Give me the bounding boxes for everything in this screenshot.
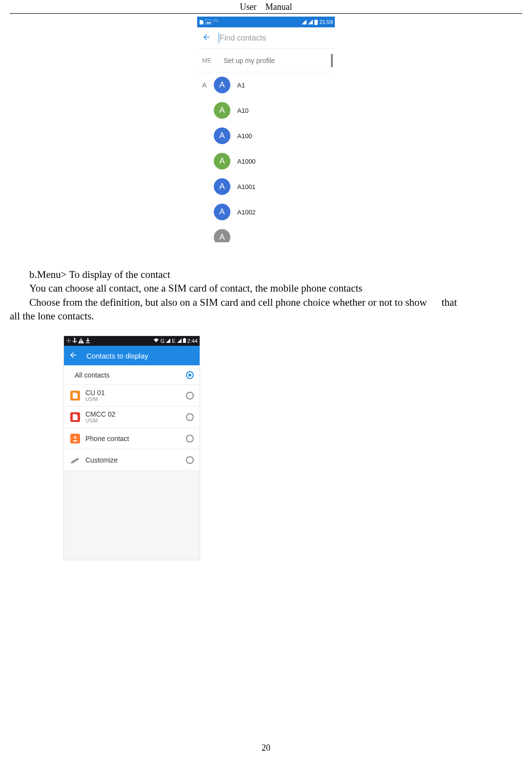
- display-option-row[interactable]: All contacts: [64, 365, 200, 385]
- image-icon: [205, 20, 211, 24]
- body-line-4: all the lone contacts.: [10, 309, 522, 323]
- option-label: Phone contact: [85, 435, 181, 443]
- battery-icon: [183, 338, 186, 344]
- option-label: CMCC 02: [85, 410, 181, 418]
- broadcast-icon: [213, 19, 219, 25]
- option-labels: Phone contact: [85, 435, 181, 443]
- svg-point-9: [74, 436, 77, 439]
- svg-rect-2: [315, 20, 317, 21]
- contact-item[interactable]: AA10: [214, 98, 335, 123]
- contact-icon: [70, 433, 81, 444]
- svg-rect-1: [314, 20, 318, 25]
- contacts-group: A AA1AA10AA100AA1000AA1001AA1002A: [197, 72, 335, 242]
- screenshot-contacts-to-display: G E 2:44 Contacts to display All contact…: [63, 336, 200, 560]
- title-text: Contacts to display: [86, 352, 148, 360]
- contact-avatar: A: [214, 178, 230, 195]
- contact-avatar: A: [214, 127, 230, 144]
- contact-item[interactable]: AA1: [214, 72, 335, 98]
- status-time: 21:59: [319, 19, 333, 25]
- signal-icon: [302, 20, 307, 24]
- radio-button[interactable]: [186, 435, 194, 443]
- status-bar: 21:59: [197, 17, 335, 27]
- svg-rect-7: [183, 338, 186, 343]
- contact-avatar: A: [214, 77, 230, 93]
- signal-icon: [308, 20, 313, 24]
- contact-avatar: A: [214, 153, 230, 169]
- option-labels: Customize: [85, 456, 181, 464]
- option-labels: CMCC 02USIM: [85, 410, 181, 423]
- search-input[interactable]: Find contacts: [220, 34, 330, 42]
- body-line-2: You can choose all contact, one a SIM ca…: [10, 281, 522, 295]
- my-profile-row[interactable]: ME Set up my profile: [197, 49, 335, 72]
- option-labels: CU 01USIM: [85, 389, 181, 402]
- customize-icon: [70, 455, 81, 465]
- status-time: 2:44: [187, 338, 198, 344]
- settings-icon: [66, 338, 71, 344]
- display-option-row[interactable]: CMCC 02USIM: [64, 406, 200, 428]
- usb-icon: [73, 337, 77, 344]
- contact-item[interactable]: AA1000: [214, 148, 335, 174]
- radio-button[interactable]: [186, 392, 194, 400]
- display-option-row[interactable]: CU 01USIM: [64, 385, 200, 406]
- contact-item[interactable]: AA1001: [214, 174, 335, 199]
- page-number: 20: [0, 743, 532, 753]
- network-type: G: [161, 338, 165, 344]
- section-label-me: ME: [202, 57, 214, 64]
- my-profile-text: Set up my profile: [224, 57, 275, 64]
- search-row[interactable]: Find contacts: [197, 27, 335, 49]
- screenshot-contacts-search: 21:59 Find contacts ME Set up my profile…: [197, 17, 335, 242]
- option-sublabel: USIM: [85, 418, 181, 423]
- contact-name: A100: [237, 132, 252, 140]
- page-header: User Manual: [10, 0, 522, 14]
- body-line-3a: Choose from the definition, but also on …: [10, 295, 442, 309]
- body-line-1: b.Menu> To display of the contact: [10, 268, 522, 281]
- display-option-row[interactable]: Customize: [64, 449, 200, 471]
- display-option-row[interactable]: Phone contact: [64, 428, 200, 449]
- contact-avatar: A: [214, 102, 230, 119]
- option-sublabel: USIM: [85, 397, 181, 402]
- contact-avatar: A: [214, 229, 230, 242]
- contact-name: A10: [237, 107, 248, 114]
- svg-rect-4: [81, 339, 82, 341]
- status-bar: G E 2:44: [64, 336, 200, 346]
- option-label: Customize: [85, 456, 181, 464]
- download-icon: [85, 338, 90, 344]
- svg-point-3: [68, 340, 69, 341]
- option-labels: All contacts: [75, 371, 181, 379]
- contact-name: A1001: [237, 183, 256, 190]
- signal-icon: [166, 338, 170, 344]
- title-bar: Contacts to display: [64, 346, 200, 365]
- radio-button[interactable]: [186, 413, 194, 421]
- wifi-icon: [153, 338, 159, 344]
- search-placeholder: Find contacts: [220, 34, 266, 42]
- network-type-2: E: [172, 338, 175, 344]
- sim-card-icon: [199, 19, 204, 25]
- option-label: All contacts: [75, 371, 181, 379]
- sim-card-icon: [70, 412, 81, 422]
- svg-rect-6: [86, 342, 90, 343]
- svg-rect-8: [184, 338, 185, 338]
- scroll-handle[interactable]: [331, 54, 333, 67]
- contact-item[interactable]: AA1002: [214, 199, 335, 225]
- back-arrow-icon[interactable]: [69, 351, 78, 361]
- contact-name: A1: [237, 82, 245, 89]
- svg-rect-0: [205, 20, 211, 24]
- battery-icon: [314, 20, 318, 25]
- svg-rect-5: [81, 342, 82, 343]
- text-cursor-icon: [219, 33, 219, 43]
- sim-card-icon: [70, 390, 81, 401]
- body-line-3b: that: [442, 295, 457, 309]
- contact-avatar: A: [214, 204, 230, 220]
- contact-name: A1000: [237, 158, 256, 165]
- section-label-a: A: [202, 72, 214, 89]
- back-arrow-icon[interactable]: [202, 33, 211, 43]
- signal-icon: [177, 338, 182, 344]
- option-label: CU 01: [85, 389, 181, 397]
- contact-name: A1002: [237, 209, 256, 216]
- radio-button[interactable]: [186, 456, 194, 464]
- body-text: b.Menu> To display of the contact You ca…: [10, 268, 522, 323]
- contact-item[interactable]: AA100: [214, 123, 335, 148]
- radio-button[interactable]: [186, 371, 194, 379]
- contact-item[interactable]: A: [214, 225, 335, 242]
- warning-icon: [78, 338, 84, 344]
